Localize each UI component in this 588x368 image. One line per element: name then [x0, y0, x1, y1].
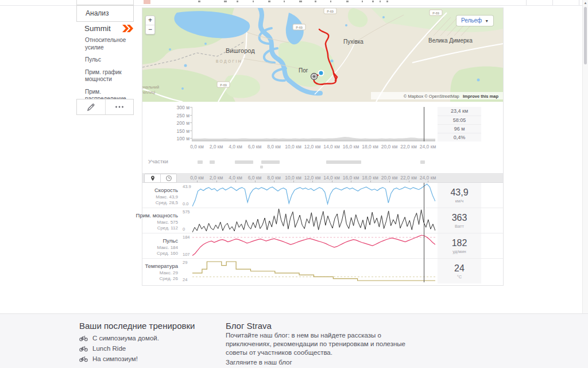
cropped-tick	[268, 1, 270, 2]
cropped-tick	[386, 1, 388, 2]
segment-bar[interactable]	[235, 160, 253, 164]
cropped-tick	[380, 1, 381, 2]
segment-bar[interactable]	[198, 160, 203, 164]
sidebar-tab-analysis[interactable]: Анализ	[76, 5, 134, 22]
chart-plot[interactable]	[192, 233, 435, 258]
x-axis-tick	[293, 181, 294, 182]
activity-title: С симпозиума домой.	[92, 335, 159, 342]
activity-title: Lunch Ride	[92, 345, 126, 352]
series-line	[192, 184, 435, 206]
chart-name: Температура	[145, 263, 178, 269]
chart-name: Прим. мощность	[136, 212, 178, 218]
terrain-toggle-button[interactable]: Рельеф▼	[457, 16, 493, 26]
pencil-icon	[87, 103, 95, 112]
blog-link[interactable]: Загляните в наш блог	[226, 359, 292, 366]
chart-avg-label: Сред. 112	[157, 225, 178, 231]
elevation-y-tick-label: 200 м	[177, 120, 189, 125]
terrain-label: Рельеф	[461, 17, 482, 24]
chart-row: СкоростьМакс. 43,9Сред. 28,543.90.043,9к…	[142, 183, 503, 208]
elevation-profile-chart[interactable]	[192, 107, 435, 141]
map-canvas[interactable]: Р-69 Р-69 Р-69 Р-69 Вишгород ВОДОГІН Пух…	[142, 8, 503, 102]
chart-plot[interactable]	[192, 183, 435, 208]
route-map[interactable]: Р-69 Р-69 Р-69 Р-69 Вишгород ВОДОГІН Пух…	[142, 8, 503, 102]
recent-activity-link-cropped[interactable]	[79, 365, 159, 368]
area-baseline	[192, 140, 435, 141]
y-axis-max: 29	[183, 260, 187, 265]
x-axis-tick	[216, 181, 217, 182]
segment-bar[interactable]	[210, 160, 215, 164]
cropped-tick	[299, 1, 302, 2]
chart-cursor-value: 43,9км/ч	[438, 183, 481, 208]
recent-activity-link[interactable]: Lunch Ride	[79, 343, 159, 354]
recent-activities-title: Ваши последние тренировки	[79, 321, 195, 331]
map-label-edge-1: ональний	[142, 85, 159, 89]
cropped-tick	[253, 1, 254, 2]
edit-button[interactable]	[77, 99, 105, 114]
map-label-poh: Пог	[299, 67, 308, 74]
elevation-stat-value: 58:05	[438, 116, 481, 124]
chart-max-label: Макс. 43,9	[156, 194, 178, 200]
cropped-column-border	[526, 0, 527, 5]
scrollbar-thumb[interactable]	[584, 7, 587, 64]
elevation-y-tick-label: 100 м	[177, 136, 189, 141]
recent-activities-list: С симпозиума домой.Lunch RideНа симпозиу…	[79, 333, 159, 368]
x-axis-tick	[409, 181, 409, 182]
chart-name: Скорость	[154, 187, 178, 193]
recent-activity-link[interactable]: На симпозиум!	[79, 354, 159, 364]
improve-map-link[interactable]: Improve this map	[463, 94, 499, 99]
y-axis-min: 24	[183, 277, 187, 282]
segment-bar[interactable]	[260, 166, 263, 168]
segment-bar[interactable]	[420, 160, 425, 164]
series-line	[192, 209, 435, 232]
elevation-stat-value: 96 м	[438, 124, 481, 133]
x-axis-tick	[255, 181, 256, 182]
map-attribution: © Mapbox © OpenStreetMap Improve this ma…	[404, 94, 499, 99]
chart-cursor-line[interactable]	[424, 107, 424, 141]
cursor-position-marker	[319, 71, 324, 76]
chart-y-axis: 5750	[183, 208, 192, 233]
y-axis-min: 0	[183, 227, 185, 232]
elevation-cursor-stats: 23,4 км58:0596 м0,4%	[438, 107, 481, 141]
svg-text:Р-69: Р-69	[432, 12, 439, 15]
segment-bar[interactable]	[261, 160, 280, 164]
blog-description: Почитайте наш блог: в нем вы найдете рас…	[226, 331, 425, 357]
sidebar-item-summit[interactable]: Summit	[84, 24, 134, 33]
zoom-out-button[interactable]: −	[146, 25, 154, 34]
chart-tail	[481, 233, 503, 258]
cursor-unit: уд/мин	[452, 249, 466, 254]
chart-plot[interactable]	[192, 259, 435, 283]
segment-bar[interactable]	[326, 160, 361, 164]
chart-cursor-line[interactable]	[424, 183, 424, 282]
chart-plot[interactable]	[192, 208, 435, 233]
elevation-stat-value: 23,4 км	[438, 107, 481, 116]
x-axis-tick	[235, 181, 236, 182]
summit-label: Summit	[84, 24, 111, 33]
road-shield: Р-69	[430, 10, 442, 16]
page-scrollbar[interactable]: ▲	[582, 0, 588, 368]
streams-charts: СкоростьМакс. 43,9Сред. 28,543.90.043,9к…	[142, 183, 503, 282]
sidebar-link-2[interactable]: Прим. график мощности	[85, 69, 132, 83]
elevation-x-axis: 0,0 км2,0 км4,0 км6,0 км8,0 км10,0 км12,…	[142, 144, 503, 151]
x-axis-tick	[428, 181, 428, 182]
bicycle-icon	[79, 346, 88, 352]
road-shield: Р-69	[293, 24, 305, 30]
analysis-tab-label: Анализ	[86, 6, 109, 21]
map-zoom-control: + −	[145, 16, 155, 34]
sidebar-link-0[interactable]: Относительное усилие	[85, 37, 132, 51]
cropped-tick	[362, 1, 363, 2]
cropped-pink-cell	[144, 0, 150, 4]
scroll-up-arrow[interactable]: ▲	[583, 1, 588, 5]
elevation-y-axis: 300 м250 м200 м150 м100 м	[142, 103, 192, 141]
cropped-tick	[372, 1, 374, 2]
bicycle-icon	[79, 335, 88, 342]
chart-tail	[481, 259, 503, 283]
more-options-button[interactable]	[105, 99, 134, 114]
svg-text:Р-69: Р-69	[327, 10, 334, 13]
zoom-in-button[interactable]: +	[146, 16, 154, 25]
x-axis-tick	[370, 181, 371, 182]
elevation-stat-value: 0,4%	[438, 133, 481, 141]
sidebar-link-1[interactable]: Пульс	[85, 56, 132, 64]
map-label-vodohin: ВОДОГІН	[216, 59, 242, 64]
recent-activity-link[interactable]: С симпозиума домой.	[79, 333, 159, 343]
page-footer: Ваши последние тренировки С симпозиума д…	[0, 313, 588, 368]
